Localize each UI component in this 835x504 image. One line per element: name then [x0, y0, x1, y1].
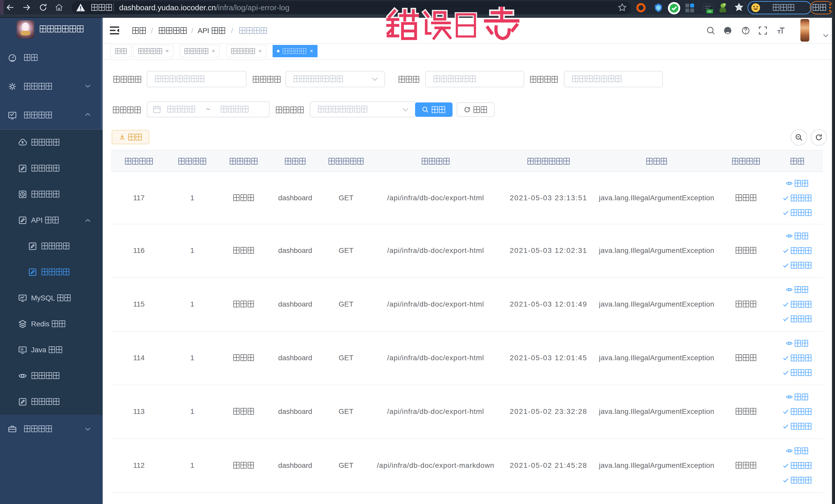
svg-text:on: on: [708, 10, 711, 13]
